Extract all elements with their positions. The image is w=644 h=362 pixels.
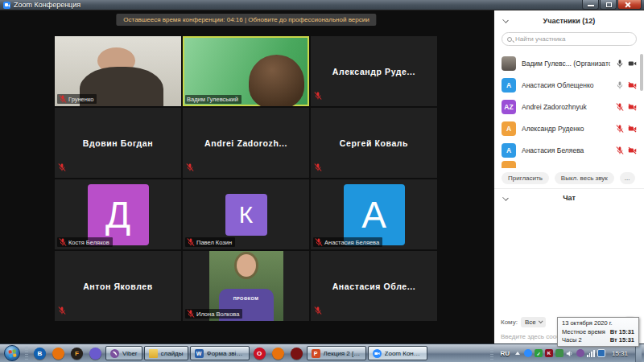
mic-muted-icon [314,303,322,318]
minimize-button[interactable] [582,0,599,10]
video-tile[interactable]: Вдовин Богдан [55,108,181,178]
tooltip-date: 13 октября 2020 г. [562,319,634,327]
recipient-dropdown[interactable]: Все [521,317,546,327]
invite-button[interactable]: Пригласить [502,172,549,184]
video-tile[interactable]: ПРОФКОМ Илона Волкова [183,251,309,321]
media-tray-icon[interactable] [555,349,564,357]
mic-muted-icon [58,163,66,171]
avatar: А [502,121,516,136]
participant-row[interactable]: ААлександр Руденко [494,117,644,139]
video-tile[interactable]: Andrei Zadorozh... [183,108,309,178]
time-limit-banner[interactable]: Оставшееся время конференции: 04:16 | Об… [116,14,376,26]
viber-taskbar-button[interactable]: Viber [105,346,142,360]
display-tray-icon[interactable] [597,349,605,357]
mic-icon [616,60,624,68]
participant-name-label: Илона Волкова [185,309,242,319]
video-tile[interactable]: Вадим Гулевський [183,36,309,106]
report-form-taskbar-button[interactable]: WФорма звіту ... [190,346,250,360]
video-grid: ГруненкоВадим ГулевськийАлександр Руде..… [55,36,437,321]
zoom-window: Zoom Конференция Оставшееся время конфер… [0,0,644,362]
video-tile[interactable]: Сергей Коваль [311,108,437,178]
letter-avatar: К [225,194,267,236]
chevron-down-icon[interactable] [502,195,509,201]
participant-name: Andrei Zadorozh... [183,108,309,178]
participant-row[interactable]: AZAndrei Zadorozhnyuk [494,96,644,117]
kaspersky-tray-icon[interactable]: K [545,349,553,357]
video-tile[interactable]: А Анастасия Беляева [311,179,437,249]
participant-name-label: Анастасия Беляева [313,237,382,247]
f-app-icon[interactable]: F [71,348,83,360]
mic-muted-icon [314,306,322,315]
participant-name-label: Костя Беляков [57,237,113,247]
more-button[interactable]: ... [620,172,635,184]
participant-row[interactable]: Вадим Гулевс... (Организатор, я) [494,52,644,74]
show-hidden-icons[interactable] [515,352,520,355]
taskbar-clock[interactable]: 15:31 [612,350,628,357]
participants-actions: Пригласить Выкл. весь звук ... [494,168,644,189]
shield-tray-icon[interactable]: ✓ [535,349,543,357]
search-input[interactable] [515,35,631,43]
viber-tray-icon[interactable] [576,349,584,357]
scrollbar[interactable] [640,54,643,91]
opera-icon[interactable]: O [254,348,266,360]
video-tile[interactable]: Анастасия Обле... [311,251,437,321]
zoom-taskbar-button[interactable]: Zoom Конфе... [368,346,427,360]
video-tile[interactable]: Д Костя Беляков [55,179,181,249]
participant-status-icons [616,60,637,68]
participant-name: Вдовин Богдан [55,108,181,178]
participant-status-icons [616,125,637,133]
mute-all-button[interactable]: Выкл. весь звук [555,172,614,184]
powerpoint-icon: P [312,349,320,358]
lecture-taskbar-button[interactable]: PЛекция 2 [Ре... [307,346,366,360]
red-app-icon[interactable] [291,348,303,360]
mic-muted-icon [314,88,322,103]
volume-tray-icon[interactable] [566,349,574,357]
mic-icon [616,81,624,89]
letter-avatar: А [344,184,405,245]
close-button[interactable] [617,0,642,10]
mic-muted-icon [58,303,66,318]
language-indicator[interactable]: RU [500,350,510,357]
letter-avatar: Д [88,184,149,245]
network-tray-icon[interactable] [587,349,595,357]
to-label: Кому: [501,319,518,326]
zoom-tray-icon[interactable] [524,349,532,357]
participant-name: Антон Яковлев [55,251,181,321]
camera-off-icon [628,146,637,154]
recipient-value: Все [525,319,536,326]
maximize-button[interactable] [600,0,617,10]
participant-status-icons [616,81,637,89]
side-panel: Участники (12) Вадим Гулевс... (Организа… [493,10,644,343]
video-tile[interactable]: Антон Яковлев [55,251,181,321]
zoom-app-icon [3,2,10,9]
mic-muted-icon [315,238,323,246]
avatar [502,161,516,168]
search-icon [507,37,512,42]
mic-muted-icon [58,160,66,175]
browser-orange-icon[interactable] [52,348,64,360]
video-tile[interactable]: Александр Руде... [311,36,437,106]
video-tile[interactable]: К Павел Козин [183,179,309,249]
participant-search[interactable] [502,32,637,46]
video-tile[interactable]: Груненко [55,36,181,106]
start-button[interactable] [4,345,20,361]
chat-header: Чат [494,189,644,207]
zoom-icon [373,349,382,358]
mic-muted-icon [186,160,194,175]
chevron-down-icon[interactable] [502,17,509,23]
chevron-down-icon [539,319,543,323]
messenger-purple-icon[interactable] [89,348,101,360]
bluetooth-icon[interactable]: B [34,348,46,360]
camera-off-icon [628,103,637,111]
firefox-icon[interactable] [272,348,284,360]
participants-header: Участники (12) [494,10,644,31]
participant-name: Сергей Коваль [311,108,437,178]
mic-muted-icon [58,306,66,315]
participant-name: Александр Руде... [311,36,437,106]
participant-row[interactable]: ААнастасия Беляева [494,139,644,161]
participant-name-label: Вадим Гулевський [185,95,242,104]
participant-name: Александр Руденко [522,125,610,133]
slides-folder-taskbar-button[interactable]: слайды [144,346,188,360]
participant-row-partial [494,161,644,168]
participant-row[interactable]: ААнастасия Облещенко [494,74,644,96]
